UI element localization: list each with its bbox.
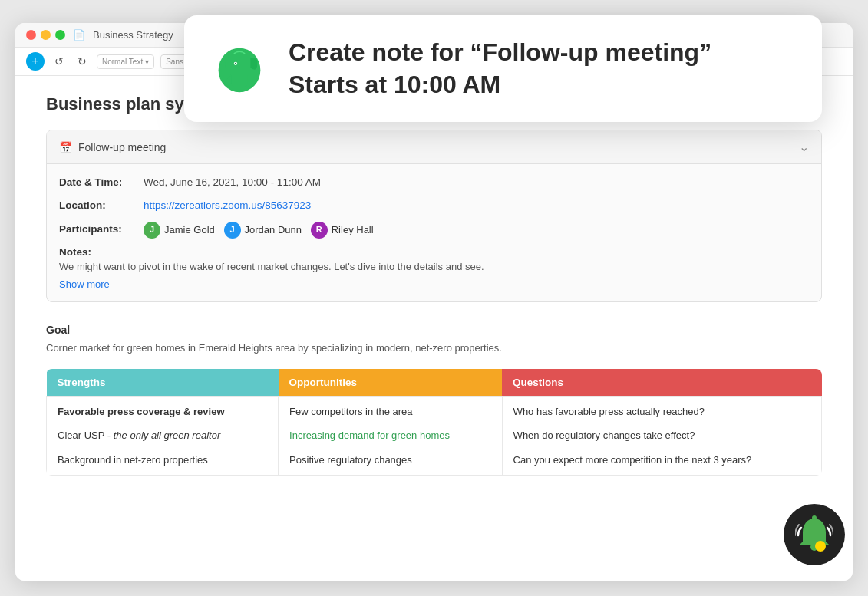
meeting-participants-row: Participants: J Jamie Gold J Jordan Dunn… xyxy=(59,222,809,239)
participants-label: Participants: xyxy=(59,222,144,239)
chevron-down-icon xyxy=(799,140,809,154)
participant-name-jordan: Jordan Dunn xyxy=(245,222,302,238)
strengths-cell: Favorable press coverage & review Clear … xyxy=(47,396,279,476)
avatar-jamie: J xyxy=(144,222,160,239)
meeting-header[interactable]: 📅 Follow-up meeting xyxy=(47,130,821,164)
maximize-button[interactable] xyxy=(55,30,65,40)
evernote-logo xyxy=(212,41,267,97)
opportunity-item-1: Few competitors in the area xyxy=(289,404,491,420)
svg-point-5 xyxy=(815,541,826,552)
question-item-2: When do regulatory changes take effect? xyxy=(513,428,810,443)
meeting-date-row: Date & Time: Wed, June 16, 2021, 10:00 -… xyxy=(59,175,809,190)
document-icon: 📄 xyxy=(73,29,85,41)
participant-name-riley: Riley Hall xyxy=(332,222,374,238)
add-button[interactable]: + xyxy=(26,52,45,71)
goal-text: Corner market for green homes in Emerald… xyxy=(46,342,822,354)
participant-name-jamie: Jamie Gold xyxy=(164,222,215,238)
date-value: Wed, June 16, 2021, 10:00 - 11:00 AM xyxy=(144,175,321,190)
meeting-header-left: 📅 Follow-up meeting xyxy=(59,141,166,153)
questions-cell: Who has favorable press actually reached… xyxy=(502,396,821,476)
show-more-link[interactable]: Show more xyxy=(59,278,110,290)
meeting-body: Date & Time: Wed, June 16, 2021, 10:00 -… xyxy=(47,164,821,301)
strength-item-3: Background in net-zero properties xyxy=(58,453,267,468)
notification-subtitle: Starts at 10:00 AM xyxy=(289,69,711,101)
content-area: Business plan sync 📅 Follow-up meeting D… xyxy=(15,76,853,581)
redo-button[interactable]: ↻ xyxy=(74,53,91,70)
participant-jamie: J Jamie Gold xyxy=(144,222,215,239)
question-item-1: Who has favorable press actually reached… xyxy=(513,404,810,420)
document-title: Business Strategy xyxy=(93,29,173,41)
participant-riley: R Riley Hall xyxy=(311,222,374,239)
th-questions: Questions xyxy=(502,369,821,397)
strength-text-1: Favorable press coverage & review xyxy=(58,406,225,417)
th-opportunities: Opportunities xyxy=(279,369,503,397)
participant-jordan: J Jordan Dunn xyxy=(224,222,302,239)
bell-icon xyxy=(795,514,833,555)
strength-item-1: Favorable press coverage & review xyxy=(58,404,267,420)
style-label: Normal Text xyxy=(102,58,143,66)
window-controls xyxy=(26,30,65,40)
meeting-card: 📅 Follow-up meeting Date & Time: Wed, Ju… xyxy=(46,130,822,302)
avatar-jordan: J xyxy=(224,222,241,239)
opportunities-cell: Few competitors in the area Increasing d… xyxy=(279,396,503,476)
question-item-3: Can you expect more competition in the n… xyxy=(513,453,810,468)
date-label: Date & Time: xyxy=(59,175,144,190)
participants-list: J Jamie Gold J Jordan Dunn R Riley Hall xyxy=(144,222,380,239)
strength-italic-2: the only all green realtor xyxy=(114,430,220,441)
strength-item-2: Clear USP - the only all green realtor xyxy=(58,428,267,443)
svg-point-4 xyxy=(812,515,817,520)
style-dropdown[interactable]: Normal Text ▾ xyxy=(97,54,154,69)
calendar-icon: 📅 xyxy=(59,141,72,153)
location-link[interactable]: https://zereatlors.zoom.us/85637923 xyxy=(144,198,311,213)
close-button[interactable] xyxy=(26,30,36,40)
swot-table: Strengths Opportunities Questions Favora… xyxy=(46,369,822,476)
undo-button[interactable]: ↺ xyxy=(51,53,68,70)
meeting-location-row: Location: https://zereatlors.zoom.us/856… xyxy=(59,198,809,213)
notification-title: Create note for “Follow-up meeting” xyxy=(289,37,711,69)
meeting-notes: Notes: We might want to pivot in the wak… xyxy=(59,246,809,291)
location-label: Location: xyxy=(59,198,144,213)
avatar-riley: R xyxy=(311,222,328,239)
opportunity-item-2: Increasing demand for green homes xyxy=(289,428,491,443)
goal-title: Goal xyxy=(46,324,822,336)
bell-button[interactable] xyxy=(784,504,845,565)
svg-point-2 xyxy=(235,62,236,64)
notification-popup: Create note for “Follow-up meeting” Star… xyxy=(184,15,822,122)
meeting-title: Follow-up meeting xyxy=(78,141,166,153)
th-strengths: Strengths xyxy=(47,369,279,397)
notification-text: Create note for “Follow-up meeting” Star… xyxy=(289,37,711,100)
style-chevron: ▾ xyxy=(145,58,149,66)
notes-text: We might want to pivot in the wake of re… xyxy=(59,261,809,272)
notes-label: Notes: xyxy=(59,246,809,258)
minimize-button[interactable] xyxy=(41,30,51,40)
opportunity-item-3: Positive regulatory changes xyxy=(289,453,491,468)
